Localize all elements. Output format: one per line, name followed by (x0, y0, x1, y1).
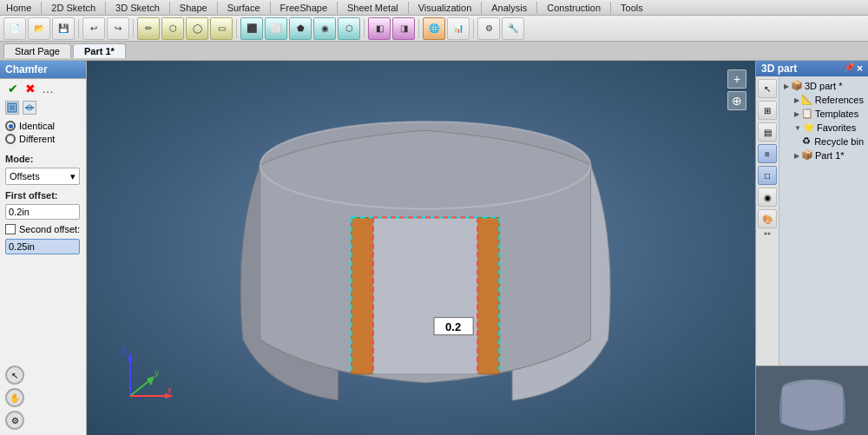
tb-vis2[interactable]: 📊 (447, 17, 470, 40)
mode-dropdown[interactable]: Offsets ▾ (5, 168, 80, 185)
tb-3d1[interactable]: ⬛ (240, 17, 263, 40)
tree-item-favorites[interactable]: ▼ ⭐ Favorites (782, 121, 865, 135)
tb-misc2[interactable]: 🔧 (502, 17, 524, 40)
tb-sketch2[interactable]: ⬡ (161, 17, 184, 40)
left-action-pan[interactable]: ✋ (5, 388, 24, 407)
viewport[interactable]: 0.2 Z y x + ⊕ (87, 61, 755, 435)
tb-misc1[interactable]: ⚙ (477, 17, 500, 40)
menu-visualization[interactable]: Visualization (416, 3, 475, 13)
panel-icon-row (0, 98, 86, 117)
tb-3d4[interactable]: ◉ (313, 17, 336, 40)
rs-title: 3D part (761, 63, 797, 75)
menu-tools[interactable]: Tools (618, 3, 646, 13)
tab-part1[interactable]: Part 1* (73, 43, 126, 58)
svg-text:0.2: 0.2 (445, 320, 461, 333)
tab-bar: Start Page Part 1* (0, 42, 868, 61)
rs-view-btn[interactable]: ◉ (758, 188, 777, 207)
rs-icon-column: ↖ ⊞ ▤ ≡ □ ◉ 🎨 (756, 76, 779, 366)
menu-sheetmetal[interactable]: Sheet Metal (345, 3, 401, 13)
coordinate-axes: Z y x (113, 348, 165, 400)
left-actions: ↖ ✋ ⚙ (0, 360, 86, 435)
rs-pin-icon[interactable]: 📌 (844, 63, 854, 75)
thumbnail-preview (756, 366, 868, 435)
tree-item-references[interactable]: ▶ 📐 References (782, 93, 865, 107)
rs-paint-btn[interactable]: 🎨 (758, 209, 777, 228)
tree-templates-label: Templates (815, 109, 858, 119)
cancel-button[interactable]: ✖ (23, 81, 38, 96)
tb-new[interactable]: 📄 (3, 17, 26, 40)
nav-zoom[interactable]: ⊕ (727, 91, 746, 110)
tree-references-label: References (815, 95, 864, 105)
second-offset-checkbox-row: Second offset: (0, 221, 86, 237)
tab-startpage[interactable]: Start Page (3, 43, 71, 58)
tree-item-part1[interactable]: ▶ 📦 Part 1* (782, 148, 865, 162)
first-offset-row (0, 202, 86, 221)
radio-different[interactable]: Different (5, 134, 81, 144)
tree-favorites-label: Favorites (817, 122, 856, 133)
menu-2dsketch[interactable]: 2D Sketch (49, 3, 98, 13)
radio-identical[interactable]: Identical (5, 121, 81, 131)
tree-templates-icon: 📋 (801, 108, 813, 120)
ok-button[interactable]: ✔ (5, 81, 21, 96)
rs-cursor-btn[interactable]: ↖ (758, 79, 777, 98)
tb-sketch4[interactable]: ▭ (210, 17, 233, 40)
svg-rect-1 (10, 105, 15, 110)
tree-templates-arrow: ▶ (794, 110, 799, 118)
tb-undo[interactable]: ↩ (82, 17, 105, 40)
first-offset-label: First offset: (0, 187, 86, 202)
main-area: Chamfer ✔ ✖ … Identical Different (0, 61, 868, 435)
menu-3dsketch[interactable]: 3D Sketch (113, 3, 162, 13)
more-button[interactable]: … (40, 81, 56, 96)
tb-3d2[interactable]: ⬜ (265, 17, 287, 40)
tb-sketch1[interactable]: ✏ (137, 17, 160, 40)
second-offset-input[interactable] (5, 239, 80, 254)
panel-header: Chamfer (0, 61, 86, 78)
tb-vis1[interactable]: 🌐 (423, 17, 445, 40)
tree-item-templates[interactable]: ▶ 📋 Templates (782, 107, 865, 121)
rs-expand-btn[interactable]: ⊞ (758, 101, 777, 120)
rs-close-icon[interactable]: × (857, 63, 863, 75)
rs-3d-btn[interactable]: □ (758, 166, 777, 185)
rs-layers-btn[interactable]: ≡ (758, 144, 777, 163)
radio-different-dot[interactable] (5, 134, 16, 144)
svg-text:y: y (155, 368, 159, 378)
tree-item-3dpart[interactable]: ▶ 📦 3D part * (782, 79, 865, 93)
tree-favorites-arrow: ▼ (794, 124, 801, 132)
tb-3d5[interactable]: ⬡ (338, 17, 360, 40)
rs-filter-btn[interactable]: ▤ (758, 122, 777, 142)
rs-tree: ▶ 📦 3D part * ▶ 📐 References ▶ 📋 Templat… (779, 76, 868, 366)
svg-marker-14 (128, 353, 133, 361)
radio-identical-dot[interactable] (5, 121, 16, 131)
second-offset-checkbox[interactable] (5, 224, 16, 234)
tb-shape2[interactable]: ◨ (392, 17, 415, 40)
tb-save[interactable]: 💾 (52, 17, 75, 40)
tb-shape1[interactable]: ◧ (368, 17, 391, 40)
menu-freeshape[interactable]: FreeShape (278, 3, 330, 13)
tb-3d3[interactable]: ⬟ (289, 17, 312, 40)
left-panel: Chamfer ✔ ✖ … Identical Different (0, 61, 87, 435)
face-select-icon[interactable] (5, 101, 19, 115)
first-offset-input[interactable] (5, 204, 80, 220)
edge-select-icon[interactable] (23, 101, 36, 115)
left-action-cursor[interactable]: ↖ (5, 366, 24, 385)
left-action-settings[interactable]: ⚙ (5, 411, 24, 430)
svg-text:x: x (168, 386, 172, 395)
rs-divider (758, 231, 777, 236)
tree-3dpart-icon: 📦 (791, 80, 803, 92)
menu-analysis[interactable]: Analysis (489, 3, 529, 13)
svg-point-22 (765, 233, 767, 235)
tb-open[interactable]: 📂 (28, 17, 50, 40)
nav-up[interactable]: + (727, 69, 746, 89)
radio-identical-label: Identical (19, 121, 55, 131)
menu-shape[interactable]: Shape (177, 3, 210, 13)
menu-surface[interactable]: Surface (225, 3, 263, 13)
tb-sketch3[interactable]: ◯ (186, 17, 208, 40)
tree-part1-label: Part 1* (815, 150, 845, 161)
menu-construction[interactable]: Construction (544, 3, 603, 13)
rs-body: ↖ ⊞ ▤ ≡ □ ◉ 🎨 ▶ 📦 3D part * (756, 76, 868, 366)
tb-redo[interactable]: ↪ (107, 17, 129, 40)
menu-home[interactable]: Home (3, 3, 34, 13)
tree-item-recycle[interactable]: ♻ Recycle bin (782, 135, 865, 148)
menu-bar: Home 2D Sketch 3D Sketch Shape Surface F… (0, 0, 868, 16)
svg-point-23 (768, 233, 771, 235)
